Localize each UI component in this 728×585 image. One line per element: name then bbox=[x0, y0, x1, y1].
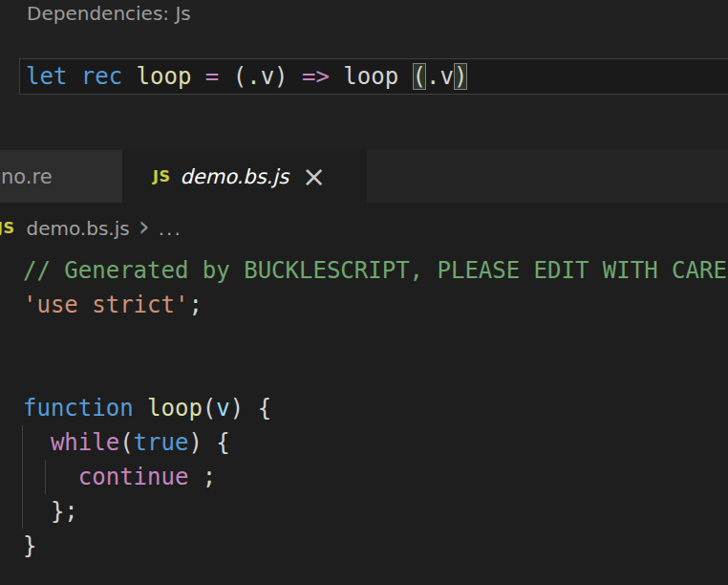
code-token: loop bbox=[330, 63, 413, 90]
bracket-match-token: ) bbox=[454, 63, 467, 90]
js-file-icon: JS bbox=[0, 219, 14, 237]
code-token: (.v) bbox=[219, 63, 302, 90]
code-token: ) { bbox=[230, 395, 271, 422]
code-line[interactable]: continue ; bbox=[0, 460, 728, 494]
bracket-match-token: ( bbox=[413, 63, 426, 90]
code-line[interactable] bbox=[0, 322, 728, 357]
reason-code-line[interactable]: let rec loop = (.v) => loop (.v) bbox=[20, 59, 728, 94]
reason-editor-pane[interactable]: Dependencies: Js let rec loop = (.v) => … bbox=[0, 0, 728, 150]
indent-guide bbox=[45, 460, 46, 494]
code-token: ; bbox=[188, 464, 216, 490]
code-token bbox=[23, 429, 51, 456]
tab-label: no.re bbox=[1, 165, 53, 188]
code-token: loop bbox=[137, 63, 192, 90]
tab-demo-bs-js[interactable]: JS demo.bs.js × bbox=[122, 150, 367, 203]
code-token: ; bbox=[188, 292, 202, 318]
chevron-right-icon: › bbox=[139, 217, 150, 236]
code-token: true bbox=[134, 429, 189, 456]
vscode-window: Dependencies: Js let rec loop = (.v) => … bbox=[0, 0, 728, 585]
code-token: continue bbox=[78, 464, 189, 490]
code-token: ( bbox=[203, 395, 216, 422]
code-token: while bbox=[51, 429, 119, 456]
code-token: ( bbox=[119, 429, 133, 456]
code-token: let rec bbox=[26, 63, 137, 90]
code-line[interactable]: while(true) { bbox=[0, 425, 728, 460]
indent-guide bbox=[22, 425, 23, 529]
code-token: .v bbox=[426, 63, 454, 90]
code-token: = bbox=[205, 63, 219, 90]
tab-bar: no.re JS demo.bs.js × bbox=[0, 150, 728, 203]
tab-label: demo.bs.js bbox=[180, 165, 289, 188]
js-file-icon: JS bbox=[153, 167, 170, 185]
code-token: ) { bbox=[188, 429, 229, 456]
breadcrumb-file[interactable]: demo.bs.js bbox=[26, 217, 129, 240]
code-token: }; bbox=[23, 498, 78, 525]
code-line[interactable]: }; bbox=[0, 494, 728, 529]
dependencies-label: Dependencies: Js bbox=[27, 0, 191, 27]
code-line[interactable]: 'use strict'; bbox=[0, 288, 728, 322]
js-editor[interactable]: // Generated by BUCKLESCRIPT, PLEASE EDI… bbox=[0, 253, 728, 585]
code-token bbox=[134, 395, 147, 422]
code-token bbox=[23, 464, 78, 490]
close-icon[interactable]: × bbox=[302, 167, 326, 186]
tab-demo-re[interactable]: no.re bbox=[0, 150, 122, 203]
code-token: => bbox=[302, 63, 330, 90]
code-line[interactable]: function loop(v) { bbox=[0, 391, 728, 425]
code-line[interactable]: // Generated by BUCKLESCRIPT, PLEASE EDI… bbox=[0, 253, 728, 288]
code-token: v bbox=[216, 395, 229, 422]
code-lines: // Generated by BUCKLESCRIPT, PLEASE EDI… bbox=[0, 253, 728, 563]
breadcrumb-symbol-ellipsis[interactable]: ... bbox=[159, 217, 182, 240]
code-line[interactable]: } bbox=[0, 529, 728, 563]
code-token bbox=[191, 63, 204, 90]
code-token: function bbox=[23, 395, 134, 422]
code-token: loop bbox=[147, 395, 203, 422]
code-token: // Generated by BUCKLESCRIPT, PLEASE EDI… bbox=[23, 257, 727, 284]
code-token: } bbox=[23, 532, 36, 559]
current-line-highlight: let rec loop = (.v) => loop (.v) bbox=[19, 58, 728, 95]
breadcrumb: JS demo.bs.js › ... bbox=[0, 203, 728, 253]
code-token: 'use strict' bbox=[23, 292, 188, 318]
code-line[interactable] bbox=[0, 357, 728, 391]
